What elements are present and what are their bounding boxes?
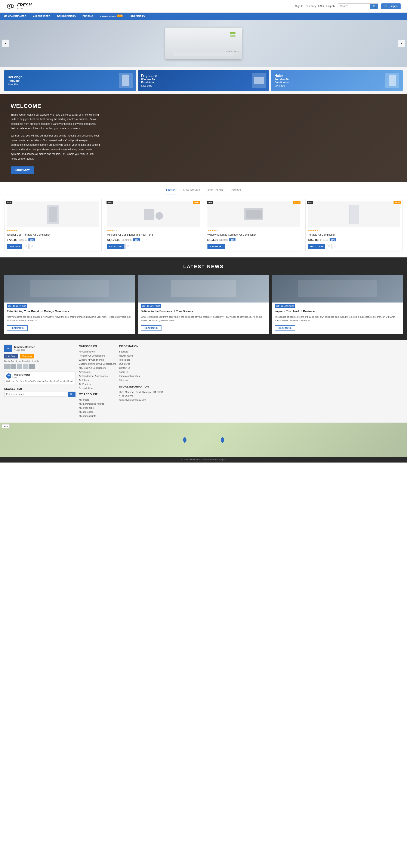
newsletter-ok-button[interactable]: OK: [68, 392, 76, 397]
account-link[interactable]: My credit slips: [79, 407, 94, 409]
newsletter-input[interactable]: [4, 392, 67, 397]
price-discount-1: -20%: [28, 239, 35, 241]
footer-social-col: TM TemplateMonster 74,139 likes Like Pag…: [4, 345, 76, 418]
price-current-2: $1,120.00: [107, 238, 120, 242]
info-link[interactable]: About us: [119, 371, 128, 373]
nav-dehumidifiers[interactable]: DEHUMIDIFIERS: [54, 13, 79, 20]
cat-link[interactable]: Window Air Conditioners: [79, 359, 105, 361]
read-more-button-1[interactable]: READ MORE: [7, 325, 28, 331]
list-item: Mini-Split Air Conditioners: [79, 366, 116, 369]
wishlist-button-1[interactable]: ♡: [23, 244, 29, 249]
logo[interactable]: fresh AIR: [6, 2, 32, 11]
tab-specials[interactable]: Specials: [230, 188, 241, 192]
cat-link[interactable]: Air Coolers: [79, 371, 90, 373]
shop-now-button-footer[interactable]: Shop Now: [20, 354, 34, 359]
account-link[interactable]: My orders: [79, 398, 89, 401]
product-card-3: NEW SALE! ★★★★★ Window-Mounted Compact A…: [205, 199, 302, 252]
cat-link[interactable]: Portable Air Conditioners: [79, 354, 105, 357]
news-title-2: Believe in the Business of Your Dreams: [141, 309, 266, 313]
compare-button-4[interactable]: ⇄: [332, 244, 338, 249]
list-item: My addresses: [79, 410, 116, 413]
cat-link[interactable]: Casement Window Air Conditioners: [79, 363, 116, 365]
categories-list: Air Conditioners Portable Air Conditione…: [79, 350, 116, 390]
products-section: Popular New Arrivals Best Sellers Specia…: [0, 182, 407, 258]
promo-text-2: Frigidaire Window AirConditioner Save 30…: [141, 74, 157, 87]
sign-in-link[interactable]: Sign In: [295, 5, 303, 8]
cat-link[interactable]: Mini-Split Air Conditioners: [79, 367, 106, 369]
account-link[interactable]: My personal info: [79, 415, 96, 417]
add-to-cart-button-3[interactable]: ADD TO CART: [207, 244, 225, 249]
promo-text-1: DeLonghi Pinguino Save 25%: [8, 75, 24, 86]
cat-link[interactable]: Air Conditioners: [79, 350, 95, 353]
add-to-cart-button-2[interactable]: ADD TO CART: [107, 244, 124, 249]
nav-humidifiers[interactable]: HUMIDIFIERS: [126, 13, 148, 20]
add-to-cart-button-4[interactable]: ADD TO CART: [308, 244, 325, 249]
tab-new-arrivals[interactable]: New Arrivals: [183, 188, 200, 192]
compare-button-1[interactable]: ⇄: [30, 244, 35, 249]
product-image-3: [207, 202, 300, 227]
info-link[interactable]: Specials: [119, 350, 128, 353]
cat-link[interactable]: Air Conditioner Accessories: [79, 375, 108, 377]
list-item: Air Conditioners: [79, 350, 116, 353]
facebook-like-button[interactable]: Like Page: [4, 354, 18, 359]
cat-link[interactable]: Dehumidifiers: [79, 387, 93, 390]
nav-air-purifiers[interactable]: AIR PURIFIERS: [30, 13, 54, 20]
customize-button-1[interactable]: CUSTOMIZE: [7, 244, 22, 249]
info-link[interactable]: Pages configuration: [119, 375, 140, 377]
shop-now-button[interactable]: SHOP NOW: [11, 166, 34, 174]
post-text: Welcome Our New Today's #Prestashop Temp…: [6, 380, 74, 383]
wishlist-button-3[interactable]: ♡: [226, 244, 231, 249]
search-input[interactable]: [338, 4, 370, 9]
store-email: sales@yourcompany.com: [119, 399, 163, 401]
product-image-1: [7, 202, 99, 227]
account-link[interactable]: My merchandise returns: [79, 402, 104, 405]
map-label: Map: [2, 424, 10, 428]
tab-best-sellers[interactable]: Best Sellers: [207, 188, 223, 192]
search-button[interactable]: 🔍: [370, 4, 378, 9]
nav-ducting[interactable]: DUCTING: [79, 13, 97, 20]
product-stars-4: ★★★★★: [308, 229, 400, 232]
welcome-section: WELCOME Thank you for visiting our websi…: [0, 94, 407, 182]
info-link[interactable]: Contact us: [119, 367, 130, 369]
info-link[interactable]: Sitemap: [119, 379, 127, 381]
promo-banner-3[interactable]: Haier Portable AirConditioner Save 20%: [271, 70, 403, 91]
nav-air-conditioners[interactable]: AIR CONDITIONERS: [0, 13, 30, 20]
currency-selector[interactable]: Currency : USD: [306, 5, 324, 8]
read-more-button-2[interactable]: READ MORE: [141, 325, 162, 331]
promo-banner-1[interactable]: DeLonghi Pinguino Save 25%: [4, 70, 136, 91]
info-link[interactable]: Our stores: [119, 363, 130, 365]
product-name-2: Mini Split Air Conditioner and Heat Pump: [107, 233, 200, 237]
cat-link[interactable]: Air Purifiers: [79, 383, 91, 385]
news-title-1: Establishing Your Brand on College Campu…: [7, 309, 133, 313]
product-card-4: NEW SALE! ★★★★★ Portable Air Conditioner…: [306, 199, 403, 252]
news-excerpt-3: Thousands of people dream of having thei…: [274, 315, 400, 322]
read-more-button-3[interactable]: READ MORE: [274, 325, 295, 331]
info-link[interactable]: Top sellers: [119, 359, 130, 361]
info-link-new-products[interactable]: New products: [119, 354, 133, 357]
map-placeholder: [0, 423, 407, 457]
list-item: Casement Window Air Conditioners: [79, 362, 116, 365]
footer: TM TemplateMonster 74,139 likes Like Pag…: [0, 340, 407, 423]
account-link[interactable]: My addresses: [79, 411, 93, 413]
cat-link[interactable]: Air Filters: [79, 379, 89, 381]
slider-next-button[interactable]: ›: [398, 39, 405, 47]
price-discount-2: -20%: [133, 239, 140, 241]
compare-button-3[interactable]: ⇄: [232, 244, 237, 249]
badge-new-1: NEW: [6, 201, 12, 204]
wishlist-button-2[interactable]: ♡: [125, 244, 131, 249]
news-card-1: 2014-10-15 09:46:34 Establishing Your Br…: [4, 275, 135, 334]
news-grid: 2014-10-15 09:46:34 Establishing Your Br…: [4, 275, 403, 334]
list-item: Portable Air Conditioners: [79, 354, 116, 357]
bottom-bar: © 2015 Ecommerce software by PrestaShop™: [0, 457, 407, 463]
promo-banner-2[interactable]: Frigidaire Window AirConditioner Save 30…: [138, 70, 269, 91]
header-right: Sign In Currency : USD English 🔍 🛒 (Empt…: [295, 3, 401, 9]
news-section: LATEST NEWS 2014-10-15 09:46:34 Establis…: [0, 257, 407, 340]
compare-button-2[interactable]: ⇄: [132, 244, 137, 249]
slider-prev-button[interactable]: ‹: [2, 39, 9, 47]
tab-popular[interactable]: Popular: [166, 188, 176, 194]
price-current-3: $104.00: [207, 238, 219, 242]
nav-ventilation[interactable]: VENTILATION NEW: [97, 12, 126, 20]
wishlist-button-4[interactable]: ♡: [326, 244, 332, 249]
language-selector[interactable]: English: [326, 5, 335, 8]
cart-button[interactable]: 🛒 (Empty): [381, 3, 401, 9]
